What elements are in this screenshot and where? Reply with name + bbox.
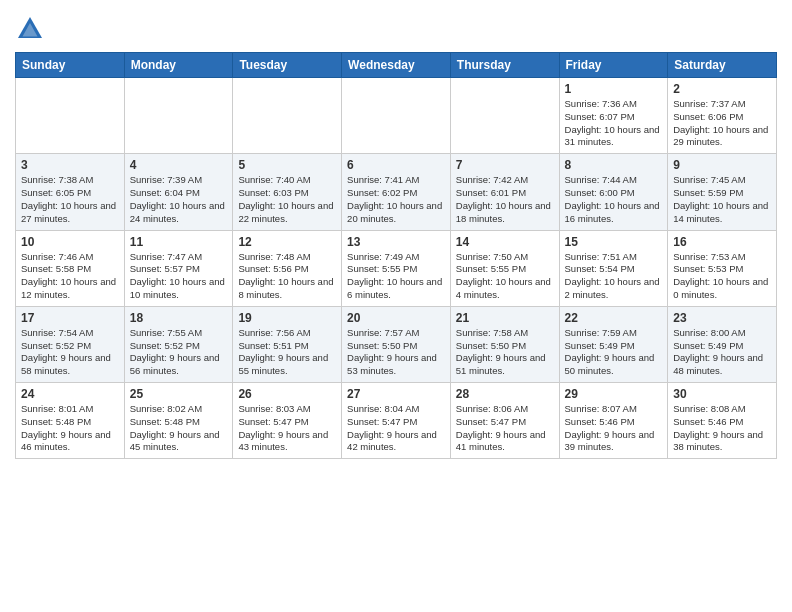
day-info: Sunrise: 7:55 AMSunset: 5:52 PMDaylight:… xyxy=(130,327,228,378)
day-cell: 19Sunrise: 7:56 AMSunset: 5:51 PMDayligh… xyxy=(233,306,342,382)
day-number: 12 xyxy=(238,235,336,249)
day-cell: 9Sunrise: 7:45 AMSunset: 5:59 PMDaylight… xyxy=(668,154,777,230)
weekday-header-row: SundayMondayTuesdayWednesdayThursdayFrid… xyxy=(16,53,777,78)
day-cell: 23Sunrise: 8:00 AMSunset: 5:49 PMDayligh… xyxy=(668,306,777,382)
day-cell: 12Sunrise: 7:48 AMSunset: 5:56 PMDayligh… xyxy=(233,230,342,306)
logo-icon xyxy=(15,14,45,44)
day-cell: 15Sunrise: 7:51 AMSunset: 5:54 PMDayligh… xyxy=(559,230,668,306)
day-number: 8 xyxy=(565,158,663,172)
day-cell xyxy=(124,78,233,154)
day-cell: 1Sunrise: 7:36 AMSunset: 6:07 PMDaylight… xyxy=(559,78,668,154)
day-info: Sunrise: 7:39 AMSunset: 6:04 PMDaylight:… xyxy=(130,174,228,225)
day-number: 30 xyxy=(673,387,771,401)
day-number: 26 xyxy=(238,387,336,401)
day-number: 16 xyxy=(673,235,771,249)
weekday-header-thursday: Thursday xyxy=(450,53,559,78)
day-cell: 25Sunrise: 8:02 AMSunset: 5:48 PMDayligh… xyxy=(124,383,233,459)
day-number: 19 xyxy=(238,311,336,325)
day-cell: 4Sunrise: 7:39 AMSunset: 6:04 PMDaylight… xyxy=(124,154,233,230)
day-number: 24 xyxy=(21,387,119,401)
day-info: Sunrise: 7:36 AMSunset: 6:07 PMDaylight:… xyxy=(565,98,663,149)
day-cell: 20Sunrise: 7:57 AMSunset: 5:50 PMDayligh… xyxy=(342,306,451,382)
weekday-header-wednesday: Wednesday xyxy=(342,53,451,78)
week-row-4: 17Sunrise: 7:54 AMSunset: 5:52 PMDayligh… xyxy=(16,306,777,382)
day-info: Sunrise: 7:45 AMSunset: 5:59 PMDaylight:… xyxy=(673,174,771,225)
day-cell: 26Sunrise: 8:03 AMSunset: 5:47 PMDayligh… xyxy=(233,383,342,459)
weekday-header-friday: Friday xyxy=(559,53,668,78)
day-info: Sunrise: 7:56 AMSunset: 5:51 PMDaylight:… xyxy=(238,327,336,378)
day-number: 29 xyxy=(565,387,663,401)
day-cell: 24Sunrise: 8:01 AMSunset: 5:48 PMDayligh… xyxy=(16,383,125,459)
day-number: 2 xyxy=(673,82,771,96)
day-number: 5 xyxy=(238,158,336,172)
page: SundayMondayTuesdayWednesdayThursdayFrid… xyxy=(0,0,792,612)
day-cell xyxy=(233,78,342,154)
day-info: Sunrise: 7:42 AMSunset: 6:01 PMDaylight:… xyxy=(456,174,554,225)
day-number: 6 xyxy=(347,158,445,172)
day-cell: 22Sunrise: 7:59 AMSunset: 5:49 PMDayligh… xyxy=(559,306,668,382)
day-cell: 30Sunrise: 8:08 AMSunset: 5:46 PMDayligh… xyxy=(668,383,777,459)
day-info: Sunrise: 7:59 AMSunset: 5:49 PMDaylight:… xyxy=(565,327,663,378)
day-number: 27 xyxy=(347,387,445,401)
day-cell: 14Sunrise: 7:50 AMSunset: 5:55 PMDayligh… xyxy=(450,230,559,306)
day-info: Sunrise: 7:58 AMSunset: 5:50 PMDaylight:… xyxy=(456,327,554,378)
day-number: 15 xyxy=(565,235,663,249)
day-cell xyxy=(450,78,559,154)
day-info: Sunrise: 7:57 AMSunset: 5:50 PMDaylight:… xyxy=(347,327,445,378)
header xyxy=(15,10,777,44)
day-info: Sunrise: 7:40 AMSunset: 6:03 PMDaylight:… xyxy=(238,174,336,225)
day-number: 25 xyxy=(130,387,228,401)
day-cell: 3Sunrise: 7:38 AMSunset: 6:05 PMDaylight… xyxy=(16,154,125,230)
day-info: Sunrise: 8:01 AMSunset: 5:48 PMDaylight:… xyxy=(21,403,119,454)
day-info: Sunrise: 7:47 AMSunset: 5:57 PMDaylight:… xyxy=(130,251,228,302)
day-info: Sunrise: 8:08 AMSunset: 5:46 PMDaylight:… xyxy=(673,403,771,454)
day-cell: 6Sunrise: 7:41 AMSunset: 6:02 PMDaylight… xyxy=(342,154,451,230)
day-number: 7 xyxy=(456,158,554,172)
weekday-header-sunday: Sunday xyxy=(16,53,125,78)
week-row-2: 3Sunrise: 7:38 AMSunset: 6:05 PMDaylight… xyxy=(16,154,777,230)
day-cell: 8Sunrise: 7:44 AMSunset: 6:00 PMDaylight… xyxy=(559,154,668,230)
day-cell: 18Sunrise: 7:55 AMSunset: 5:52 PMDayligh… xyxy=(124,306,233,382)
week-row-5: 24Sunrise: 8:01 AMSunset: 5:48 PMDayligh… xyxy=(16,383,777,459)
day-info: Sunrise: 8:02 AMSunset: 5:48 PMDaylight:… xyxy=(130,403,228,454)
day-info: Sunrise: 7:38 AMSunset: 6:05 PMDaylight:… xyxy=(21,174,119,225)
day-cell xyxy=(16,78,125,154)
day-cell: 16Sunrise: 7:53 AMSunset: 5:53 PMDayligh… xyxy=(668,230,777,306)
day-cell: 2Sunrise: 7:37 AMSunset: 6:06 PMDaylight… xyxy=(668,78,777,154)
day-info: Sunrise: 8:04 AMSunset: 5:47 PMDaylight:… xyxy=(347,403,445,454)
day-info: Sunrise: 7:44 AMSunset: 6:00 PMDaylight:… xyxy=(565,174,663,225)
day-cell: 11Sunrise: 7:47 AMSunset: 5:57 PMDayligh… xyxy=(124,230,233,306)
day-cell: 28Sunrise: 8:06 AMSunset: 5:47 PMDayligh… xyxy=(450,383,559,459)
day-cell: 10Sunrise: 7:46 AMSunset: 5:58 PMDayligh… xyxy=(16,230,125,306)
day-cell: 21Sunrise: 7:58 AMSunset: 5:50 PMDayligh… xyxy=(450,306,559,382)
day-info: Sunrise: 8:00 AMSunset: 5:49 PMDaylight:… xyxy=(673,327,771,378)
day-info: Sunrise: 8:06 AMSunset: 5:47 PMDaylight:… xyxy=(456,403,554,454)
week-row-3: 10Sunrise: 7:46 AMSunset: 5:58 PMDayligh… xyxy=(16,230,777,306)
day-info: Sunrise: 7:53 AMSunset: 5:53 PMDaylight:… xyxy=(673,251,771,302)
day-number: 9 xyxy=(673,158,771,172)
day-number: 4 xyxy=(130,158,228,172)
weekday-header-saturday: Saturday xyxy=(668,53,777,78)
day-number: 13 xyxy=(347,235,445,249)
day-number: 17 xyxy=(21,311,119,325)
day-number: 3 xyxy=(21,158,119,172)
day-cell xyxy=(342,78,451,154)
day-info: Sunrise: 8:03 AMSunset: 5:47 PMDaylight:… xyxy=(238,403,336,454)
day-number: 21 xyxy=(456,311,554,325)
day-cell: 27Sunrise: 8:04 AMSunset: 5:47 PMDayligh… xyxy=(342,383,451,459)
day-info: Sunrise: 7:54 AMSunset: 5:52 PMDaylight:… xyxy=(21,327,119,378)
day-info: Sunrise: 8:07 AMSunset: 5:46 PMDaylight:… xyxy=(565,403,663,454)
day-number: 1 xyxy=(565,82,663,96)
day-cell: 29Sunrise: 8:07 AMSunset: 5:46 PMDayligh… xyxy=(559,383,668,459)
day-number: 10 xyxy=(21,235,119,249)
day-number: 11 xyxy=(130,235,228,249)
day-info: Sunrise: 7:41 AMSunset: 6:02 PMDaylight:… xyxy=(347,174,445,225)
day-info: Sunrise: 7:49 AMSunset: 5:55 PMDaylight:… xyxy=(347,251,445,302)
day-info: Sunrise: 7:37 AMSunset: 6:06 PMDaylight:… xyxy=(673,98,771,149)
day-cell: 5Sunrise: 7:40 AMSunset: 6:03 PMDaylight… xyxy=(233,154,342,230)
day-info: Sunrise: 7:51 AMSunset: 5:54 PMDaylight:… xyxy=(565,251,663,302)
week-row-1: 1Sunrise: 7:36 AMSunset: 6:07 PMDaylight… xyxy=(16,78,777,154)
day-cell: 17Sunrise: 7:54 AMSunset: 5:52 PMDayligh… xyxy=(16,306,125,382)
day-cell: 7Sunrise: 7:42 AMSunset: 6:01 PMDaylight… xyxy=(450,154,559,230)
day-number: 23 xyxy=(673,311,771,325)
